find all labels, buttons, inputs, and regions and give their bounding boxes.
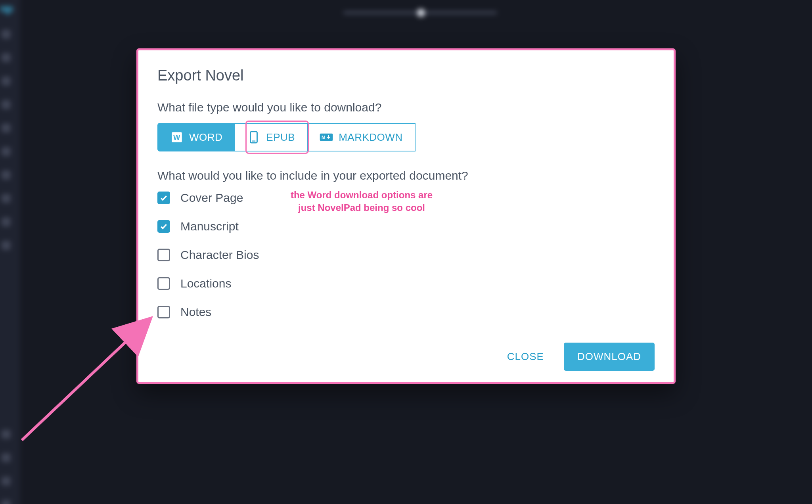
checkbox-box bbox=[157, 192, 170, 204]
include-manuscript-checkbox[interactable]: Manuscript bbox=[157, 220, 239, 233]
markdown-icon: M bbox=[320, 130, 333, 144]
include-locations-checkbox[interactable]: Locations bbox=[157, 277, 231, 290]
close-button[interactable]: CLOSE bbox=[498, 344, 553, 369]
epub-icon bbox=[247, 130, 260, 144]
checkbox-box bbox=[157, 220, 170, 233]
checkbox-box bbox=[157, 249, 170, 261]
include-character-bios-checkbox[interactable]: Character Bios bbox=[157, 248, 259, 262]
filetype-markdown-button[interactable]: M MARKDOWN bbox=[308, 123, 415, 151]
annotation-callout: the Word download options are just Novel… bbox=[288, 189, 435, 215]
include-cover-page-checkbox[interactable]: Cover Page bbox=[157, 191, 243, 205]
filetype-question: What file type would you like to downloa… bbox=[157, 101, 655, 114]
include-notes-label: Notes bbox=[180, 305, 211, 319]
filetype-word-button[interactable]: W WORD bbox=[157, 123, 235, 151]
filetype-group: W WORD EPUB M MARKDOWN bbox=[157, 123, 655, 151]
modal-overlay: Export Novel What file type would you li… bbox=[0, 0, 812, 504]
filetype-word-label: WORD bbox=[189, 131, 222, 144]
svg-text:W: W bbox=[173, 133, 180, 142]
include-manuscript-label: Manuscript bbox=[180, 220, 239, 233]
modal-title: Export Novel bbox=[157, 67, 655, 84]
filetype-epub-button[interactable]: EPUB bbox=[235, 123, 308, 151]
filetype-epub-label: EPUB bbox=[266, 131, 295, 144]
include-character-bios-label: Character Bios bbox=[180, 248, 259, 262]
checkbox-box bbox=[157, 306, 170, 318]
include-options: the Word download options are just Novel… bbox=[157, 191, 655, 319]
include-cover-page-label: Cover Page bbox=[180, 191, 243, 205]
include-locations-label: Locations bbox=[180, 277, 231, 290]
svg-rect-3 bbox=[252, 141, 256, 142]
filetype-markdown-label: MARKDOWN bbox=[339, 131, 402, 144]
include-notes-checkbox[interactable]: Notes bbox=[157, 305, 211, 319]
include-question: What would you like to include in your e… bbox=[157, 169, 655, 182]
svg-text:M: M bbox=[322, 135, 326, 140]
export-novel-modal: Export Novel What file type would you li… bbox=[136, 48, 676, 384]
word-icon: W bbox=[170, 130, 184, 144]
checkbox-box bbox=[157, 277, 170, 290]
download-button[interactable]: DOWNLOAD bbox=[564, 343, 655, 371]
modal-actions: CLOSE DOWNLOAD bbox=[157, 343, 655, 371]
